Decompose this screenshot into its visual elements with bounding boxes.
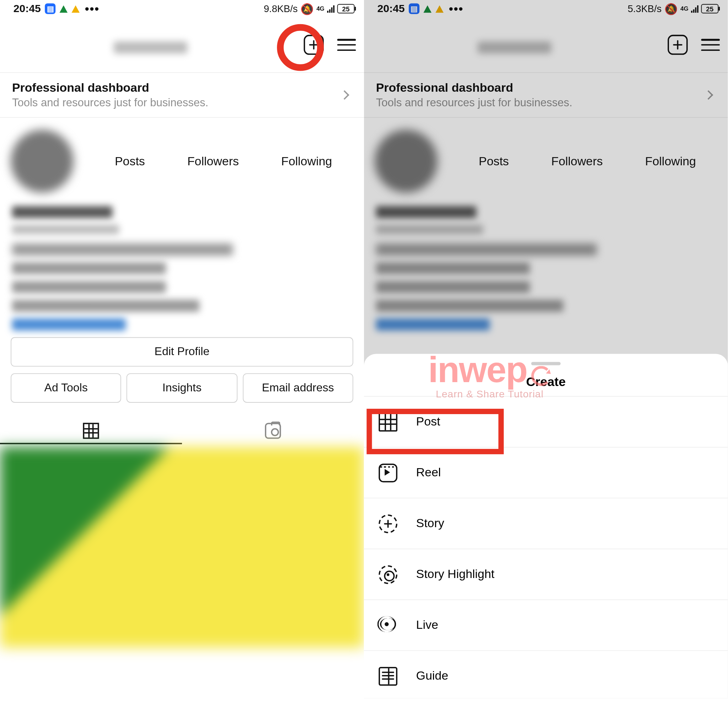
dashboard-subtitle: Tools and resources just for businesses. (376, 96, 572, 109)
net-speed: 5.3KB/s (628, 3, 662, 14)
chevron-right-icon (704, 90, 713, 100)
signal-label: 4G (317, 6, 324, 11)
reel-icon (379, 463, 398, 482)
stat-followers[interactable]: Followers (551, 154, 603, 168)
username-redacted (478, 41, 551, 54)
tagged-icon (265, 423, 281, 439)
ad-tools-button[interactable]: Ad Tools (11, 373, 121, 403)
tab-tagged[interactable] (182, 423, 364, 439)
phone-left: 20:45 ▤ ••• 9.8KB/s 🔕 4G 25 Professional… (0, 0, 364, 699)
email-button[interactable]: Email address (243, 373, 353, 403)
net-speed: 9.8KB/s (264, 3, 298, 14)
play-store-icon (424, 5, 431, 12)
mute-bell-icon: 🔕 (300, 3, 314, 15)
signal-label: 4G (681, 6, 688, 11)
create-label: Story (416, 517, 444, 531)
post-grid-redacted[interactable] (0, 447, 364, 648)
more-icon: ••• (449, 2, 463, 16)
more-icon: ••• (85, 2, 99, 16)
dashboard-row[interactable]: Professional dashboard Tools and resourc… (364, 72, 728, 118)
dashboard-subtitle: Tools and resources just for businesses. (12, 96, 208, 109)
create-item-guide[interactable]: Guide (364, 650, 728, 699)
status-bar: 20:45 ▤ ••• 9.8KB/s 🔕 4G 25 (0, 0, 364, 17)
heart-circle-icon (379, 565, 398, 584)
profile-app-bar (364, 17, 728, 72)
guide-icon (379, 667, 398, 685)
hamburger-menu-icon[interactable] (701, 39, 720, 51)
create-plus-icon[interactable] (304, 35, 323, 55)
create-label: Live (416, 618, 438, 632)
play-store-icon (72, 5, 80, 12)
create-plus-icon[interactable] (668, 35, 687, 55)
play-store-icon (436, 5, 444, 12)
status-bar: 20:45 ▤ ••• 5.3KB/s 🔕 4G 25 (364, 0, 728, 17)
dashboard-title: Professional dashboard (376, 81, 572, 95)
signal-bars-icon (327, 5, 335, 13)
create-label: Post (416, 415, 440, 429)
create-item-highlight[interactable]: Story Highlight (364, 549, 728, 600)
stat-posts[interactable]: Posts (479, 154, 509, 168)
stat-followers[interactable]: Followers (187, 154, 239, 168)
mute-bell-icon: 🔕 (664, 3, 678, 15)
create-label: Story Highlight (416, 567, 494, 581)
create-item-story[interactable]: Story (364, 498, 728, 549)
clock: 20:45 (377, 3, 405, 15)
avatar-redacted[interactable] (11, 130, 73, 193)
battery-icon: 25 (337, 4, 355, 13)
create-item-live[interactable]: Live (364, 600, 728, 650)
avatar-redacted[interactable] (375, 130, 437, 193)
bio-redacted (0, 206, 364, 330)
create-label: Reel (416, 466, 441, 480)
bio-redacted (364, 206, 728, 330)
dashboard-title: Professional dashboard (12, 81, 208, 95)
hamburger-menu-icon[interactable] (337, 39, 356, 51)
create-item-post[interactable]: Post (364, 396, 728, 447)
stat-following[interactable]: Following (281, 154, 332, 168)
play-store-icon (60, 5, 67, 12)
signal-bars-icon (691, 5, 699, 13)
username-redacted (114, 41, 187, 54)
phone-right: 20:45 ▤ ••• 5.3KB/s 🔕 4G 25 Professional… (364, 0, 728, 699)
stat-following[interactable]: Following (645, 154, 696, 168)
app-chip-icon: ▤ (45, 3, 55, 14)
create-sheet: Create Post Reel Story Story Highlight L… (364, 354, 728, 699)
sheet-handle[interactable] (531, 362, 561, 365)
app-chip-icon: ▤ (409, 3, 419, 14)
create-label: Guide (416, 669, 448, 683)
insights-button[interactable]: Insights (127, 373, 237, 403)
story-icon (379, 514, 398, 533)
grid-icon (83, 423, 99, 439)
dashboard-row[interactable]: Professional dashboard Tools and resourc… (0, 72, 364, 118)
clock: 20:45 (14, 3, 41, 15)
profile-app-bar (0, 17, 364, 72)
live-icon (379, 616, 398, 635)
create-item-reel[interactable]: Reel (364, 447, 728, 498)
stat-posts[interactable]: Posts (115, 154, 145, 168)
edit-profile-button[interactable]: Edit Profile (11, 337, 353, 367)
chevron-right-icon (340, 90, 349, 100)
battery-icon: 25 (701, 4, 719, 13)
grid-icon (379, 412, 398, 431)
sheet-title: Create (364, 375, 728, 389)
tab-grid[interactable] (0, 423, 182, 439)
